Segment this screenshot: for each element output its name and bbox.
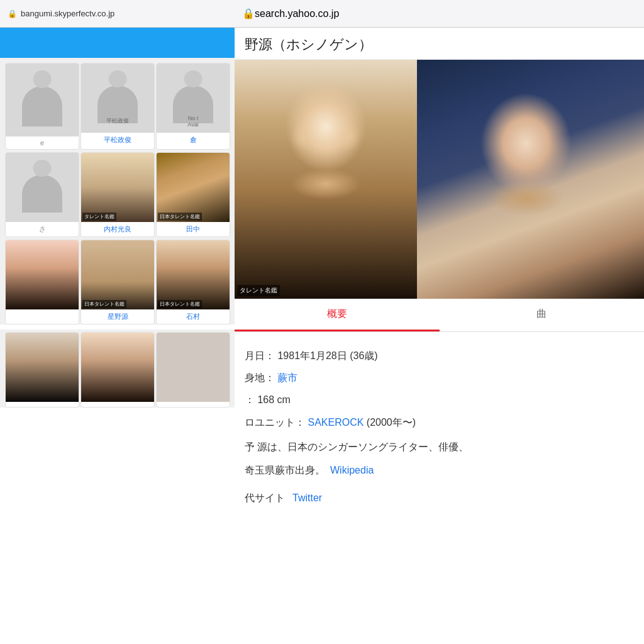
talent-card-11[interactable] [80, 332, 155, 408]
talent-card-2[interactable]: 平松政俊 平松政俊 [80, 63, 155, 150]
unit-label: ロユニット： [245, 417, 305, 428]
talent-badge-5: タレント名鑑 [82, 213, 116, 221]
talent-grid-row1: e 平松政俊 平松政俊 No IAvai 倉 [0, 58, 235, 150]
talent-grid-row3: 日本タレント名鑑 星野源 日本タレント名鑑 石村 [0, 237, 235, 325]
talent-name-10 [41, 402, 43, 407]
talent-name-12 [192, 402, 194, 407]
birthdate-row: 月日： 1981年1月28日 (36歳) [245, 345, 634, 367]
twitter-link[interactable]: Twitter [292, 487, 322, 509]
unit-row: ロユニット： SAKEROCK (2000年〜) [245, 411, 634, 433]
birthplace-link[interactable]: 蕨市 [277, 372, 297, 383]
talent-card-1[interactable]: e [5, 63, 79, 150]
talent-name-4: さ [38, 222, 47, 236]
height-row: ： 168 cm [245, 389, 634, 411]
official-label: 代サイト [245, 487, 285, 509]
right-url-text: search.yahoo.co.jp [255, 8, 339, 19]
no-image-label-2: 平松政俊 [104, 115, 131, 128]
description: 予 源は、日本のシンガーソングライター、俳優、 [245, 438, 634, 457]
birthplace-row: 身地： 蕨市 [245, 367, 634, 389]
images-section: タレント名鑑 [235, 60, 644, 299]
talent-card-6[interactable]: 日本タレント名鑑 田中 [156, 152, 230, 237]
left-panel: 🔒 bangumi.skyperfectv.co.jp e 平松政俊 平松政俊 [0, 0, 236, 644]
talent-card-8[interactable]: 日本タレント名鑑 星野源 [80, 240, 155, 325]
height-value: 168 cm [257, 394, 290, 405]
official-site-row: 代サイト Twitter [245, 487, 634, 509]
left-address-bar: 🔒 bangumi.skyperfectv.co.jp [0, 0, 235, 28]
talent-card-5[interactable]: タレント名鑑 内村光良 [80, 152, 155, 237]
description2-row: 奇玉県蕨市出身。 Wikipedia [245, 462, 634, 480]
talent-card-10[interactable] [5, 332, 79, 408]
talent-badge-9: 日本タレント名鑑 [158, 300, 202, 308]
wikipedia-link[interactable]: Wikipedia [330, 462, 374, 480]
talent-name-3: 倉 [189, 133, 198, 147]
tab-kyoku[interactable]: 曲 [440, 299, 645, 331]
talent-badge-8: 日本タレント名鑑 [82, 300, 126, 308]
talent-card-3[interactable]: No IAvai 倉 [156, 63, 230, 150]
birthplace-label: 身地： [245, 372, 275, 383]
description2: 奇玉県蕨市出身。 [245, 462, 325, 480]
talent-card-9[interactable]: 日本タレント名鑑 石村 [156, 240, 230, 325]
talent-name-7 [41, 309, 43, 314]
talent-card-7[interactable] [5, 240, 79, 325]
talent-badge-6: 日本タレント名鑑 [158, 213, 202, 221]
talent-name-1: e [39, 136, 45, 149]
talent-name-9: 石村 [185, 309, 201, 324]
talent-name-5: 内村光良 [103, 222, 133, 236]
talent-grid-row2: さ タレント名鑑 内村光良 日本タレント名鑑 田中 [0, 150, 235, 237]
main-face-image: タレント名鑑 [235, 60, 417, 299]
right-panel: 🔒 search.yahoo.co.jp 野源（ホシノゲン） タレント名鑑 概要… [235, 0, 644, 644]
birthdate-value: 1981年1月28日 (36歳) [277, 350, 377, 361]
tab-gaiyou[interactable]: 概要 [235, 299, 440, 331]
main-face-badge: タレント名鑑 [237, 285, 280, 296]
unit-link[interactable]: SAKEROCK [308, 417, 364, 428]
talent-name-11 [116, 402, 119, 407]
side-face-image [417, 60, 644, 299]
talent-grid-row4 [0, 330, 235, 408]
birthdate-label: 月日： [245, 350, 275, 361]
talent-name-8: 星野源 [106, 309, 130, 324]
left-url-text: bangumi.skyperfectv.co.jp [21, 9, 114, 18]
unit-suffix: (2000年〜) [367, 417, 416, 428]
info-section: 月日： 1981年1月28日 (36歳) 身地： 蕨市 ： 168 cm ロユニ… [235, 332, 644, 522]
left-blue-bar [0, 28, 235, 58]
talent-name-2: 平松政俊 [103, 133, 133, 147]
no-image-label-3: No IAvai [187, 115, 198, 128]
lock-icon-right: 🔒 [242, 8, 255, 19]
talent-card-12[interactable] [156, 332, 230, 408]
height-label: ： [245, 394, 255, 405]
right-address-bar: 🔒 search.yahoo.co.jp [235, 0, 644, 28]
talent-name-6: 田中 [185, 222, 201, 236]
tabs-row: 概要 曲 [235, 299, 644, 332]
lock-icon-left: 🔒 [8, 9, 17, 18]
page-title: 野源（ホシノゲン） [235, 28, 644, 60]
talent-card-4[interactable]: さ [5, 152, 79, 237]
